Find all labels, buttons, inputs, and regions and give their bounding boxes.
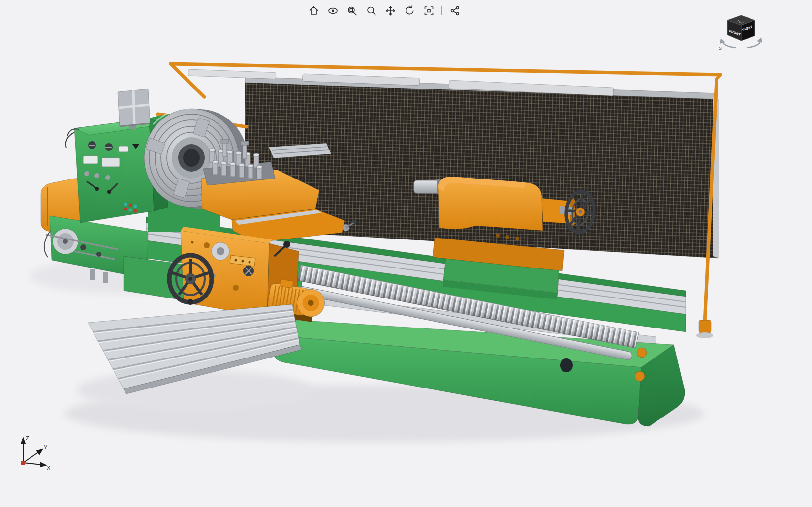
triad-x-label: X — [47, 465, 51, 471]
share-icon — [449, 5, 461, 17]
view-cube-compass-south: S — [719, 46, 722, 51]
triad-z-label: Z — [26, 435, 29, 441]
model-viewport[interactable] — [0, 0, 812, 507]
rotate-icon — [404, 5, 416, 17]
view-toolbar — [307, 3, 463, 18]
triad-origin — [21, 461, 25, 465]
zoom-window-icon — [346, 5, 358, 17]
home-icon — [308, 5, 320, 17]
axis-triad: Z Y X — [14, 434, 54, 474]
triad-y-label: Y — [44, 444, 48, 450]
zoom-window-button[interactable] — [345, 3, 360, 18]
share-button[interactable] — [448, 3, 463, 18]
rotate-left-arrow[interactable] — [720, 38, 725, 44]
zoom-button[interactable] — [364, 3, 379, 18]
rotate-right-arrow[interactable] — [757, 37, 762, 43]
home-button[interactable] — [307, 3, 321, 18]
zoom-icon — [366, 5, 377, 17]
pan-button[interactable] — [383, 3, 398, 18]
view-cube[interactable]: TOP FRONT RIGHT S — [718, 12, 765, 54]
rotate-button[interactable] — [403, 3, 417, 18]
view-orientation-button[interactable] — [326, 3, 341, 18]
toolbar-divider — [442, 6, 442, 15]
pan-icon — [385, 5, 397, 17]
zoom-fit-icon — [423, 5, 435, 17]
eye-icon — [327, 5, 339, 17]
headstock-top-plate[interactable] — [118, 89, 150, 129]
zoom-fit-button[interactable] — [422, 3, 437, 18]
cad-viewport[interactable]: TOP FRONT RIGHT S Z Y X — [0, 0, 812, 507]
